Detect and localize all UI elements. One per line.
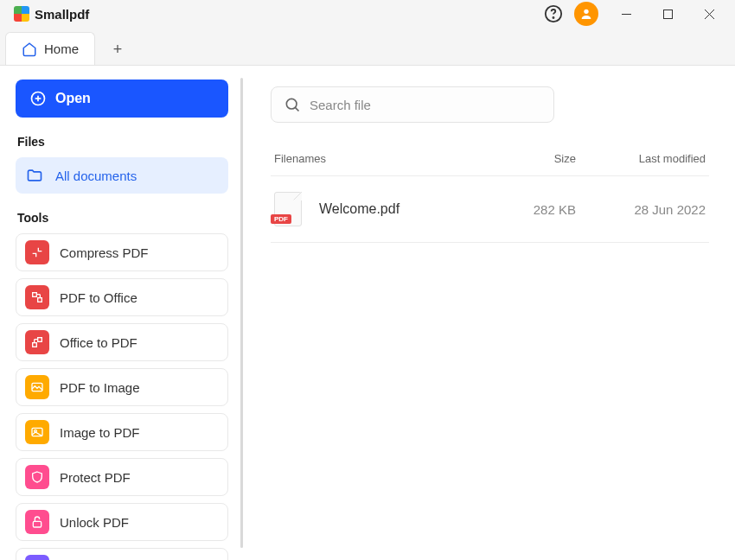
search-input[interactable]	[310, 98, 541, 112]
tool-label: Image to PDF	[60, 425, 140, 440]
tabbar: Home +	[0, 28, 735, 66]
tool-label: Unlock PDF	[60, 515, 129, 530]
svg-point-1	[553, 17, 553, 18]
compress-icon	[25, 240, 49, 264]
tool-label: PDF to Office	[60, 290, 137, 305]
tool-pdf-to-office[interactable]: PDF to Office	[16, 278, 228, 316]
open-button[interactable]: Open	[16, 80, 228, 118]
file-row[interactable]: PDF Welcome.pdf 282 KB 28 Jun 2022	[271, 176, 709, 243]
close-button[interactable]	[690, 2, 728, 26]
tool-label: Protect PDF	[60, 470, 131, 485]
tab-home[interactable]: Home	[5, 32, 95, 65]
brand-block: Smallpdf	[14, 6, 89, 22]
pdf-to-office-icon	[25, 285, 49, 309]
pdf-file-icon: PDF	[274, 192, 302, 226]
protect-icon	[25, 465, 49, 489]
minimize-button[interactable]	[607, 2, 645, 26]
open-button-label: Open	[55, 91, 91, 106]
tool-pdf-to-image[interactable]: PDF to Image	[16, 368, 228, 406]
file-table-header: Filenames Size Last modified	[271, 152, 709, 176]
svg-rect-12	[38, 338, 42, 342]
main-panel: Filenames Size Last modified PDF Welcome…	[243, 66, 735, 560]
file-size: 282 KB	[455, 202, 576, 217]
col-modified: Last modified	[576, 152, 706, 165]
svg-line-21	[295, 107, 298, 111]
svg-rect-17	[33, 521, 41, 527]
col-filenames: Filenames	[274, 152, 455, 165]
svg-rect-10	[33, 293, 37, 297]
search-icon	[284, 96, 301, 113]
tab-home-label: Home	[44, 41, 79, 56]
merge-icon	[25, 555, 49, 560]
folder-icon	[26, 167, 43, 184]
help-icon[interactable]	[541, 2, 566, 26]
svg-rect-13	[33, 343, 37, 347]
office-to-pdf-icon	[25, 330, 49, 354]
brand-name: Smallpdf	[35, 7, 89, 22]
maximize-button[interactable]	[649, 2, 687, 26]
tool-label: PDF to Image	[60, 380, 140, 395]
all-documents-label: All documents	[55, 169, 137, 183]
unlock-icon	[25, 510, 49, 534]
tool-compress-pdf[interactable]: Compress PDF	[16, 233, 228, 271]
tool-image-to-pdf[interactable]: Image to PDF	[16, 413, 228, 451]
file-name: Welcome.pdf	[319, 201, 455, 217]
image-to-pdf-icon	[25, 420, 49, 444]
tools-section-label: Tools	[17, 211, 228, 225]
svg-point-20	[286, 99, 297, 109]
search-box[interactable]	[271, 86, 554, 123]
svg-rect-4	[663, 10, 672, 18]
tool-protect-pdf[interactable]: Protect PDF	[16, 458, 228, 496]
logo-icon	[14, 6, 29, 22]
svg-rect-11	[38, 298, 42, 302]
tool-label: Compress PDF	[60, 245, 149, 260]
new-tab-button[interactable]: +	[102, 34, 133, 65]
titlebar: Smallpdf	[0, 0, 735, 28]
col-size: Size	[455, 152, 576, 165]
sidebar-item-all-documents[interactable]: All documents	[16, 157, 228, 194]
tool-office-to-pdf[interactable]: Office to PDF	[16, 323, 228, 361]
svg-point-2	[584, 10, 588, 14]
pdf-to-image-icon	[25, 375, 49, 399]
files-section-label: Files	[17, 135, 228, 149]
avatar[interactable]	[574, 2, 598, 26]
tool-unlock-pdf[interactable]: Unlock PDF	[16, 503, 228, 541]
tool-merge-pdf[interactable]: Merge PDF	[16, 548, 228, 560]
file-modified: 28 Jun 2022	[576, 202, 706, 217]
sidebar: Open Files All documents Tools Compress …	[0, 66, 240, 560]
tool-label: Office to PDF	[60, 335, 137, 350]
